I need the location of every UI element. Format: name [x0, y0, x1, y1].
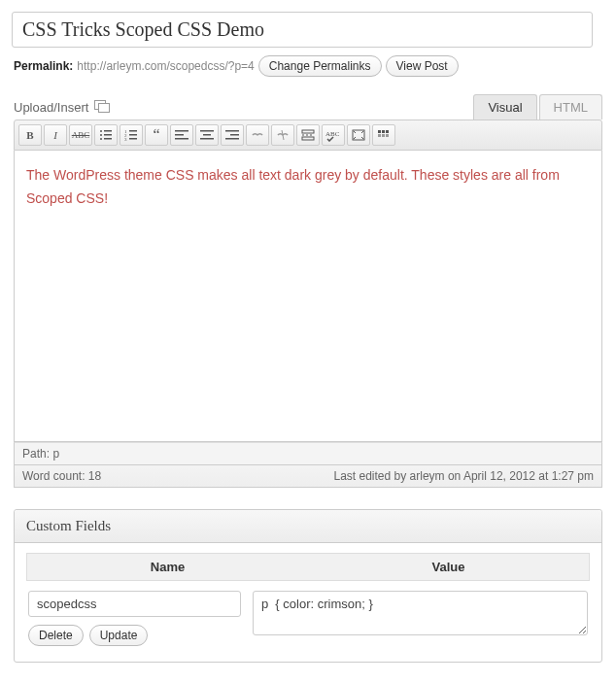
tab-visual[interactable]: Visual: [473, 94, 536, 120]
unlink-button[interactable]: [271, 124, 294, 146]
editor-status-bar: Path: p Word count: 18 Last edited by ar…: [14, 442, 602, 488]
cf-name-header: Name: [27, 554, 308, 580]
more-tag-button[interactable]: [296, 124, 320, 146]
path-label: Path:: [22, 447, 50, 461]
upload-insert-label[interactable]: Upload/Insert: [14, 100, 88, 115]
editor-content[interactable]: The WordPress theme CSS makes all text d…: [14, 151, 602, 442]
svg-rect-7: [129, 130, 137, 132]
cf-value-header: Value: [308, 554, 589, 580]
path-value[interactable]: p: [52, 447, 59, 461]
cf-table-header: Name Value: [26, 553, 590, 581]
svg-rect-20: [225, 138, 239, 140]
svg-rect-24: [302, 137, 314, 140]
word-count-value: 18: [88, 469, 101, 483]
bold-button[interactable]: B: [18, 124, 42, 146]
media-icon[interactable]: [94, 100, 110, 114]
custom-fields-title[interactable]: Custom Fields: [15, 510, 601, 543]
svg-rect-9: [129, 134, 137, 136]
cf-row: Delete Update: [26, 581, 590, 652]
strikethrough-button[interactable]: ABC: [69, 124, 92, 146]
svg-rect-19: [230, 134, 239, 136]
svg-rect-32: [386, 134, 389, 137]
svg-point-2: [100, 134, 102, 136]
svg-rect-11: [129, 138, 137, 140]
align-left-button[interactable]: [170, 124, 193, 146]
svg-rect-15: [200, 130, 214, 132]
svg-rect-12: [175, 130, 188, 132]
align-center-button[interactable]: [195, 124, 219, 146]
svg-rect-18: [225, 130, 239, 132]
editor-tabs: Visual HTML: [473, 94, 602, 120]
svg-rect-17: [200, 138, 214, 140]
svg-point-4: [100, 138, 102, 140]
svg-rect-30: [378, 134, 381, 137]
post-title-input[interactable]: [12, 12, 593, 48]
cf-update-button[interactable]: Update: [89, 625, 149, 646]
svg-rect-29: [386, 130, 389, 133]
view-post-button[interactable]: View Post: [386, 55, 459, 77]
svg-rect-31: [382, 134, 385, 137]
svg-rect-13: [175, 134, 184, 136]
fullscreen-button[interactable]: [347, 124, 370, 146]
kitchen-sink-button[interactable]: [372, 124, 395, 146]
permalink-row: Permalink: http://arleym.com/scopedcss/?…: [14, 55, 610, 77]
blockquote-button[interactable]: “: [145, 124, 168, 146]
svg-rect-14: [175, 138, 188, 140]
permalink-url: http://arleym.com/scopedcss/?p=4: [77, 59, 254, 73]
svg-rect-16: [203, 134, 211, 136]
last-edited-label: Last edited by arleym on April 12, 2012 …: [334, 469, 595, 483]
svg-rect-3: [104, 134, 112, 136]
spellcheck-button[interactable]: ABC: [322, 124, 345, 146]
svg-rect-28: [382, 130, 385, 133]
custom-fields-panel: Custom Fields Name Value Delete Update: [14, 509, 602, 663]
change-permalinks-button[interactable]: Change Permalinks: [258, 55, 382, 77]
cf-value-textarea[interactable]: [253, 591, 588, 635]
svg-rect-5: [104, 138, 112, 140]
align-right-button[interactable]: [221, 124, 244, 146]
word-count-label: Word count:: [22, 469, 85, 483]
numbered-list-button[interactable]: 123: [120, 124, 143, 146]
editor-toolbar: B I ABC 123 “ ABC: [14, 120, 602, 151]
svg-rect-22: [302, 130, 314, 133]
bullet-list-button[interactable]: [94, 124, 118, 146]
svg-rect-27: [378, 130, 381, 133]
tab-html[interactable]: HTML: [539, 94, 602, 120]
permalink-label: Permalink:: [14, 59, 73, 73]
cf-delete-button[interactable]: Delete: [28, 625, 84, 646]
svg-point-0: [100, 130, 102, 132]
italic-button[interactable]: I: [44, 124, 67, 146]
svg-text:3: 3: [124, 137, 127, 141]
link-button[interactable]: [246, 124, 269, 146]
cf-name-input[interactable]: [28, 591, 241, 617]
svg-rect-1: [104, 130, 112, 132]
